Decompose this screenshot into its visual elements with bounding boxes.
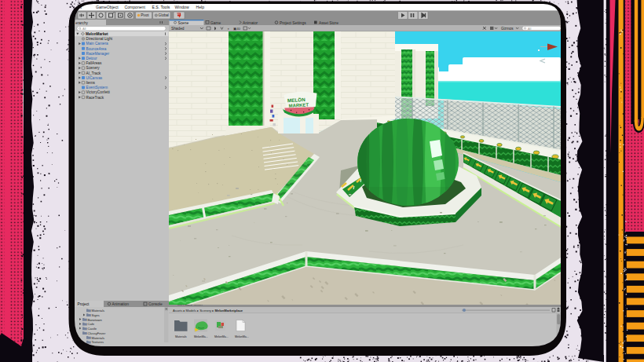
svg-text:FallAreas: FallAreas	[86, 61, 102, 65]
svg-text:MelonMarket: MelonMarket	[86, 32, 108, 36]
svg-text:VictoryConfetti: VictoryConfetti	[86, 90, 110, 94]
svg-text:MelonMa...: MelonMa...	[214, 335, 229, 338]
svg-text:GameObject: GameObject	[96, 5, 119, 9]
svg-text:Global: Global	[159, 13, 169, 17]
svg-text:Directional Light: Directional Light	[86, 37, 113, 41]
svg-text:All: All	[528, 27, 531, 31]
svg-text:Cafe: Cafe	[88, 322, 95, 326]
svg-text:Materials: Materials	[175, 335, 187, 338]
svg-text:◑: ◑	[227, 27, 229, 31]
svg-text:Component: Component	[125, 5, 146, 9]
svg-text:Materials: Materials	[92, 336, 105, 340]
svg-text:RaceManager: RaceManager	[86, 52, 110, 56]
svg-text:Animator: Animator	[243, 21, 258, 25]
svg-text:Project: Project	[78, 302, 90, 306]
svg-text:E.S. Tools: E.S. Tools	[152, 5, 170, 9]
svg-text:Gizmos: Gizmos	[501, 27, 514, 31]
svg-text:Console: Console	[148, 302, 163, 306]
svg-text:Scenery: Scenery	[86, 66, 101, 70]
svg-text:Detour: Detour	[86, 57, 98, 60]
svg-text:Scene: Scene	[178, 21, 189, 25]
svg-text:Asset Store: Asset Store	[319, 21, 338, 25]
svg-text:Shaded: Shaded	[171, 27, 185, 31]
svg-text:Textures: Textures	[92, 340, 104, 344]
svg-text:ClussyFever: ClussyFever	[88, 331, 106, 335]
svg-text:Materials: Materials	[92, 309, 105, 313]
svg-text:Assets ▸ Models ▸ Scenery ▸ Me: Assets ▸ Models ▸ Scenery ▸ MelonMarketp…	[173, 309, 243, 313]
svg-text:Help: Help	[196, 5, 205, 9]
svg-text:Window: Window	[175, 5, 189, 9]
svg-text:RaceTrack: RaceTrack	[86, 96, 104, 100]
svg-text:Bonetown: Bonetown	[88, 318, 103, 322]
svg-text:Items: Items	[86, 81, 96, 85]
svg-text:UICanvas: UICanvas	[86, 76, 103, 80]
svg-text:▣40: ▣40	[233, 27, 241, 31]
svg-text:Project Settings: Project Settings	[280, 21, 306, 25]
svg-text:EventSystem: EventSystem	[86, 86, 108, 90]
svg-text:Game: Game	[210, 21, 221, 25]
svg-text:BounceArea: BounceArea	[86, 47, 107, 51]
svg-text:Castle: Castle	[88, 327, 97, 331]
svg-text:Animation: Animation	[112, 302, 130, 306]
svg-text:AI_Track: AI_Track	[86, 71, 101, 75]
svg-text:erarchy: erarchy	[75, 21, 89, 25]
svg-text:Pivot: Pivot	[141, 13, 149, 17]
svg-text:All: All	[82, 27, 86, 31]
svg-text:Signs: Signs	[92, 313, 100, 317]
svg-text:MelonMa...: MelonMa...	[235, 335, 249, 338]
svg-text:MelonMa...: MelonMa...	[194, 335, 208, 338]
svg-text:Main Camera: Main Camera	[86, 42, 109, 46]
